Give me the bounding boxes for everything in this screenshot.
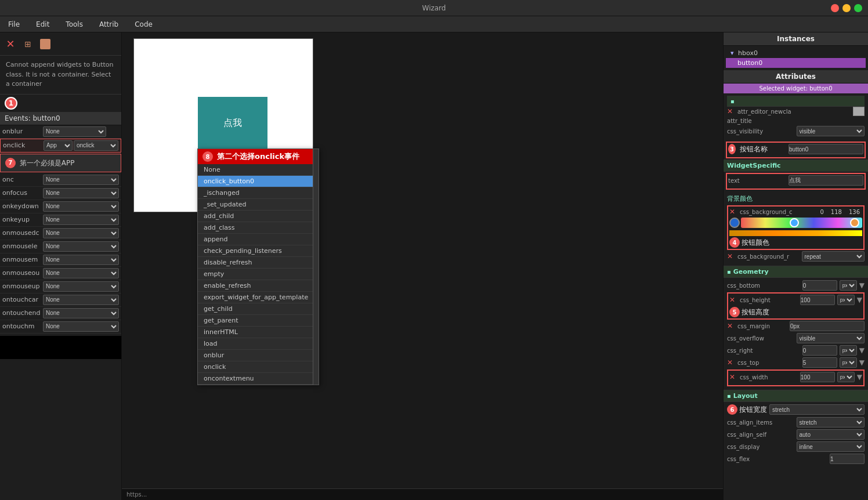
event-row-ontouchca: ontouchcar None xyxy=(0,294,121,307)
dropdown-item-set-updated[interactable]: _set_updated xyxy=(198,199,319,211)
unit-select-top[interactable]: px xyxy=(840,357,857,368)
unit-select-right[interactable]: px xyxy=(840,345,857,356)
attr-select-css-overflow[interactable]: visible xyxy=(797,333,865,343)
event-select-onmousele[interactable]: None xyxy=(43,241,119,252)
layout-label: Layout xyxy=(733,392,758,400)
dropdown-item-load[interactable]: load xyxy=(198,338,319,350)
attr-input-flex[interactable] xyxy=(830,454,865,464)
dropdown-item-check-pending[interactable]: check_pending_listeners xyxy=(198,245,319,257)
unit-select-bottom[interactable]: px xyxy=(840,280,857,291)
dropdown-item-add-child[interactable]: add_child xyxy=(198,211,319,222)
selected-widget-bar: Selected widget: button0 xyxy=(724,84,868,93)
event-select-onclick-handler[interactable]: onclick xyxy=(74,140,118,151)
grid-icon[interactable]: ⊞ xyxy=(20,36,36,52)
attr-row-text: text xyxy=(728,175,863,186)
attr-input-css-right[interactable] xyxy=(802,345,837,356)
attr-label-flex: css_flex xyxy=(727,456,827,462)
attr-row-display: css_display inline xyxy=(727,441,865,452)
menu-file[interactable]: File xyxy=(5,19,23,30)
x-icon-margin[interactable]: ✕ xyxy=(727,322,735,330)
dropdown-scrollbar[interactable] xyxy=(313,149,319,385)
dropdown-item-get-child[interactable]: get_child xyxy=(198,303,319,315)
event-select-onmousedc[interactable]: None xyxy=(43,228,119,238)
event-select-onkeydown[interactable]: None xyxy=(43,201,119,212)
event-select-ontouchm[interactable]: None xyxy=(43,321,119,332)
attr-row-align-self: css_align_self auto xyxy=(727,429,865,440)
x-icon-bg[interactable]: ✕ xyxy=(729,208,737,216)
box-icon[interactable] xyxy=(37,36,53,52)
dropdown-item-none[interactable]: None xyxy=(198,164,319,176)
instance-hbox0[interactable]: ▾ hbox0 xyxy=(726,48,866,58)
x-icon-height[interactable]: ✕ xyxy=(729,296,737,304)
menu-attrib[interactable]: Attrib xyxy=(96,19,122,30)
attr-select-align-self[interactable]: auto xyxy=(797,429,865,440)
events-rows: onblur None onclick App onclick xyxy=(0,125,121,359)
attr-select-bg-repeat[interactable]: repeat xyxy=(802,251,865,262)
event-select-onkeyup[interactable]: None xyxy=(43,215,119,225)
maximize-button[interactable] xyxy=(854,4,862,12)
dropdown-item-add-class[interactable]: add_class xyxy=(198,222,319,234)
dropdown-item-onclick-button0[interactable]: onclick_button0 xyxy=(198,176,319,187)
event-select-ontouchend[interactable]: None xyxy=(43,308,119,318)
menu-code[interactable]: Code xyxy=(131,19,156,30)
left-panel: ✕ ⊞ Cannot append widgets to Button clas… xyxy=(0,32,122,500)
dropdown-item-export-widget[interactable]: export_widget_for_app_template xyxy=(198,292,319,303)
unit-select-height[interactable]: px xyxy=(837,295,855,305)
layout-section: 6 按钮宽度 stretch css_align_items stretch c… xyxy=(724,402,868,468)
dropdown-item-get-parent[interactable]: get_parent xyxy=(198,315,319,327)
dropdown-item-empty[interactable]: empty xyxy=(198,269,319,280)
x-icon-top[interactable]: ✕ xyxy=(727,358,735,367)
attr-input-css-top[interactable] xyxy=(802,357,837,368)
close-icon[interactable]: ✕ xyxy=(2,36,19,52)
main-layout: ✕ ⊞ Cannot append widgets to Button clas… xyxy=(0,32,868,500)
checkbox-newcla[interactable] xyxy=(853,107,865,116)
attr-select-display[interactable]: inline xyxy=(797,441,865,452)
dropdown-item-onclick[interactable]: onclick xyxy=(198,361,319,373)
attributes-header: Attributes xyxy=(724,70,868,84)
attr-input-css-bottom[interactable] xyxy=(802,280,837,291)
dropdown-item-innerhtml[interactable]: innerHTML xyxy=(198,327,319,338)
attr-input-text[interactable] xyxy=(789,175,863,186)
attr-select-layout-align[interactable]: stretch xyxy=(769,404,865,415)
attr-label-css-top: css_top xyxy=(737,360,800,366)
unit-select-width[interactable]: px xyxy=(837,372,855,382)
event-select-onmouseou[interactable]: None xyxy=(43,268,119,278)
event-select-ontouchca[interactable]: None xyxy=(43,295,119,305)
attr-input-button-name[interactable] xyxy=(789,144,863,154)
dropdown-item-ischanged[interactable]: _ischanged xyxy=(198,187,319,199)
menu-edit[interactable]: Edit xyxy=(32,19,53,30)
menu-tools[interactable]: Tools xyxy=(62,19,86,30)
minimize-button[interactable] xyxy=(842,4,851,12)
event-select-onclick-app[interactable]: App xyxy=(44,140,73,151)
close-button[interactable] xyxy=(831,4,839,12)
event-label-onclick: onclick xyxy=(3,142,42,149)
event-select-onblur[interactable]: None xyxy=(43,126,106,137)
dropdown-item-append[interactable]: append xyxy=(198,234,319,245)
event-select-onfocus[interactable]: None xyxy=(43,188,119,198)
dropdown-item-oncontextmenu[interactable]: oncontextmenu xyxy=(198,373,319,385)
attr-row-visibility: css_visibility visible xyxy=(727,126,865,136)
attr-input-css-height[interactable] xyxy=(800,295,835,305)
attr-row-title: attr_title xyxy=(727,118,865,124)
dropdown-item-enable-refresh[interactable]: enable_refresh xyxy=(198,280,319,292)
attr-select-visibility[interactable]: visible xyxy=(797,126,865,136)
instance-button0[interactable]: button0 xyxy=(726,58,866,68)
dropdown-item-onblur[interactable]: onblur xyxy=(198,350,319,361)
event-select-onc[interactable]: None xyxy=(43,175,119,185)
annotation-8-box: 8 第二个选择onclick事件 xyxy=(198,149,319,164)
attr-input-css-margin[interactable] xyxy=(790,321,865,331)
button-height-label: 按钮高度 xyxy=(742,307,769,317)
event-row-onfocus: onfocus None xyxy=(0,187,121,200)
event-select-onmousem[interactable]: None xyxy=(43,255,119,265)
canvas-button-teal[interactable]: 点我 xyxy=(198,97,267,149)
generic-arrow-icon: ▪ xyxy=(730,98,735,104)
event-select-onmouseup[interactable]: None xyxy=(43,281,119,292)
attr-input-css-width[interactable] xyxy=(800,372,835,382)
dropdown-item-disable-refresh[interactable]: disable_refresh xyxy=(198,257,319,269)
attr-select-align-items[interactable]: stretch xyxy=(797,417,865,427)
x-icon-bg-repeat[interactable]: ✕ xyxy=(727,252,735,260)
status-bar: https... xyxy=(122,488,723,500)
dropdown-menu: 8 第二个选择onclick事件 None onclick_button0 _i… xyxy=(197,148,319,385)
x-icon-newcla[interactable]: ✕ xyxy=(727,107,735,115)
x-icon-width[interactable]: ✕ xyxy=(729,373,737,381)
